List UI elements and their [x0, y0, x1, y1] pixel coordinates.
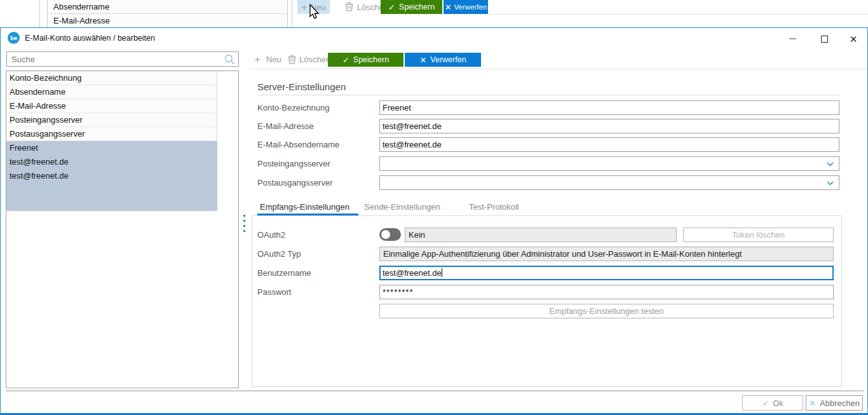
trash-icon [287, 54, 297, 66]
check-icon: ✓ [762, 398, 769, 408]
field-label: OAuth2 Typ [257, 247, 301, 261]
benutzername-value: test@freenet.de [383, 268, 442, 278]
search-input[interactable] [6, 51, 239, 67]
plus-icon: + [254, 54, 261, 65]
text-caret [442, 268, 442, 277]
token-delete-button[interactable]: Token löschen [683, 228, 834, 242]
search-box [6, 51, 239, 67]
oauth2-toggle[interactable] [379, 228, 401, 241]
new-button[interactable]: Neu [266, 53, 281, 67]
save-button-label: Speichern [399, 3, 435, 11]
field-label: Benutzername [257, 266, 311, 280]
field-label: Postausgangsserver [257, 175, 333, 190]
chevron-down-icon [827, 181, 834, 186]
dialog-title: E-Mail-Konto auswählen / bearbeiten [25, 34, 155, 43]
empfangs-test-button[interactable]: Empfangs-Einstellungen testen [379, 304, 834, 318]
ok-button-label: Ok [773, 398, 783, 408]
discard-button[interactable]: ✕ Verwerfen [444, 0, 488, 14]
cross-icon: ✕ [445, 3, 452, 12]
field-label: E-Mail-Adresse [257, 119, 314, 133]
selected-account-value: test@freenet.de [6, 155, 217, 169]
selected-account[interactable]: Freenet test@freenet.de test@freenet.de [6, 141, 217, 211]
field-label: OAuth2 [257, 228, 285, 242]
list-item[interactable]: Postausgangsserver [6, 127, 217, 141]
check-icon: ✓ [388, 3, 395, 12]
email-adresse-input[interactable] [379, 119, 839, 133]
list-item[interactable]: Konto-Bezeichnung [6, 71, 217, 85]
field-label: Konto-Bezeichnung [257, 100, 329, 115]
email-account-dialog: be E-Mail-Konto auswählen / bearbeiten ✕… [0, 27, 868, 415]
grid-row-label: Absendername [53, 2, 109, 11]
section-title: Server-Einstellungen [257, 81, 346, 92]
cross-icon: ✕ [809, 398, 816, 408]
minimize-button[interactable] [783, 31, 802, 47]
trash-icon [344, 1, 354, 13]
posteingangsserver-select[interactable] [379, 156, 839, 171]
delete-button[interactable]: Löschen [299, 53, 330, 67]
list-item[interactable]: Absendername [6, 85, 217, 99]
passwort-input[interactable] [379, 285, 834, 299]
cancel-button[interactable]: ✕ Abbrechen [806, 395, 863, 411]
divider [292, 0, 292, 27]
discard-button-label: Verwerfen [454, 3, 487, 11]
mouse-cursor [309, 4, 320, 22]
list-item-label: Konto-Bezeichnung [10, 73, 81, 83]
divider [6, 390, 864, 391]
tab-sende-einstellungen[interactable]: Sende-Einstellungen [364, 200, 440, 214]
divider [39, 0, 40, 27]
app-logo-icon: be [8, 32, 20, 44]
list-item[interactable]: E-Mail-Adresse [6, 99, 217, 113]
tab-empfangs-einstellungen[interactable]: Empfangs-Einstellungen [260, 200, 349, 214]
postausgangsserver-select[interactable] [379, 175, 839, 190]
field-label: Posteingangsserver [257, 156, 330, 171]
konto-bezeichnung-input[interactable] [379, 100, 839, 115]
field-label: E-Mail-Absendername [257, 137, 339, 152]
oauth2-value-field: Kein [405, 228, 677, 242]
save-button-label: Speichern [353, 55, 389, 64]
screen: Absendername E-Mail-Adresse + Neu Lösche… [0, 0, 868, 415]
selected-account-value: Freenet [6, 141, 217, 155]
maximize-icon [821, 36, 828, 43]
ok-button[interactable]: ✓ Ok [742, 395, 803, 411]
save-button[interactable]: ✓ Speichern [328, 53, 403, 67]
list-item-label: Absendername [10, 87, 65, 97]
email-absendername-input[interactable] [379, 137, 839, 152]
background-grid: Absendername E-Mail-Adresse [50, 0, 288, 28]
cancel-button-label: Abbrechen [820, 398, 860, 408]
toggle-knob [381, 230, 390, 239]
account-list: Konto-Bezeichnung Absendername E-Mail-Ad… [6, 71, 239, 388]
cross-icon: ✕ [419, 55, 426, 65]
tab-test-protokoll[interactable]: Test-Protokoll [469, 200, 519, 214]
grid-row[interactable]: Absendername [50, 0, 288, 14]
list-item-label: E-Mail-Adresse [10, 101, 66, 111]
grid-row-label: E-Mail-Adresse [53, 16, 110, 25]
divider [257, 95, 839, 95]
divider [250, 69, 867, 69]
minimize-icon [789, 38, 796, 39]
search-icon [224, 54, 235, 67]
discard-button-label: Verwerfen [430, 55, 466, 64]
list-item[interactable]: Posteingangsserver [6, 113, 217, 127]
discard-button[interactable]: ✕ Verwerfen [405, 53, 481, 67]
benutzername-input[interactable]: test@freenet.de [379, 266, 834, 280]
splitter-handle[interactable] [243, 215, 245, 238]
list-item-label: Posteingangsserver [10, 115, 83, 125]
list-item-label: Postausgangsserver [10, 129, 85, 139]
chevron-down-icon [827, 162, 834, 167]
maximize-button[interactable] [815, 31, 834, 47]
divider [489, 14, 868, 15]
save-button[interactable]: ✓ Speichern [381, 0, 442, 14]
oauth2-typ-field: Einmalige App-Authentifizierung über Adm… [379, 247, 834, 261]
divider [47, 0, 48, 27]
selected-account-value: test@freenet.de [6, 169, 217, 183]
close-button[interactable]: ✕ [844, 31, 863, 47]
grid-row[interactable]: E-Mail-Adresse [50, 14, 288, 28]
field-label: Passwort [257, 285, 291, 299]
close-icon: ✕ [850, 34, 858, 44]
check-icon: ✓ [342, 55, 349, 65]
plus-icon: + [301, 2, 308, 13]
